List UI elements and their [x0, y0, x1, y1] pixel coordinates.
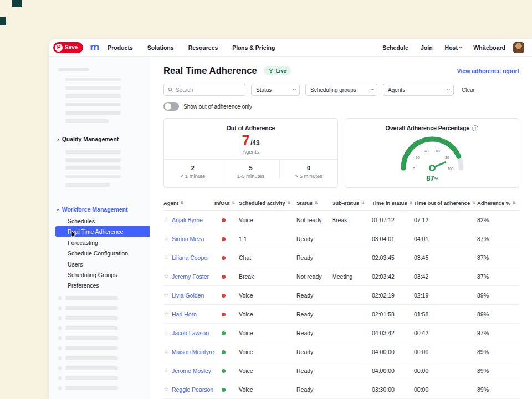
live-label: Live [276, 68, 287, 74]
skeleton-bar [65, 183, 110, 187]
column-label: Scheduled activity [239, 200, 285, 206]
table-row: ☆Anjali ByrneVoiceNot readyBreak01:07:12… [163, 211, 519, 229]
activity-cell: Voice [239, 217, 296, 223]
status-cell: Not ready [296, 217, 332, 223]
sidebar-item-scheduling-groups[interactable]: Scheduling Groups [55, 269, 150, 280]
table-row: ☆Hari HornVoiceReady02:01:5801:5889% [163, 305, 519, 324]
nav-item-host[interactable]: Host› [445, 44, 462, 51]
sidebar-item-schedules[interactable]: Schedules [55, 216, 150, 226]
sidebar-item-users[interactable]: Users [55, 259, 150, 269]
gauge-track-arc [403, 139, 461, 168]
sidebar-item-forecasting[interactable]: Forecasting [55, 237, 150, 248]
nav-item-schedule[interactable]: Schedule [382, 44, 408, 51]
search-input[interactable] [176, 87, 241, 93]
table-row: ☆Jeremy FosterBreakNot readyMeeting02:03… [163, 267, 519, 286]
time-out-of-adherence-cell: 03:42 [414, 273, 477, 280]
time-in-status-cell: 01:07:12 [372, 217, 414, 223]
agent-link[interactable]: Jerome Mosley [172, 367, 211, 374]
skeleton-bar [65, 336, 118, 340]
column-header-scheduled-activity[interactable]: Scheduled activity⇅ [239, 200, 296, 206]
agent-link[interactable]: Reggie Pearson [172, 386, 213, 393]
column-header-time-in-status[interactable]: Time in status⇅ [372, 200, 414, 206]
agent-link[interactable]: Jacob Lawson [172, 330, 209, 336]
nav-item-plans-pricing[interactable]: Plans & Pricing [232, 44, 275, 51]
nav-item-resources[interactable]: Resources [188, 44, 218, 51]
sidebar-section-workforce-management[interactable]: › Workforce Management [57, 206, 128, 213]
star-icon[interactable]: ☆ [163, 348, 169, 355]
nav-item-products[interactable]: Products [108, 44, 133, 51]
user-avatar[interactable] [513, 42, 524, 53]
star-icon[interactable]: ☆ [163, 216, 169, 223]
agent-link[interactable]: Livia Golden [172, 292, 204, 299]
sidebar-item-preferences[interactable]: Preferences [55, 280, 150, 290]
card-title-label: Overall Adherence Percentage [386, 125, 470, 131]
sidebar-item-schedule-configuration[interactable]: Schedule Configuration [55, 248, 150, 258]
gauge-tick-20: 20 [415, 156, 420, 160]
nav-item-solutions[interactable]: Solutions [147, 44, 174, 51]
chevron-down-icon: › [291, 89, 296, 90]
sidebar-section-quality-management[interactable]: › Quality Management [57, 136, 119, 142]
agent-link[interactable]: Liliana Cooper [172, 254, 209, 261]
star-icon[interactable]: ☆ [163, 329, 169, 336]
status-cell: Ready [296, 367, 332, 374]
summary-cards: Out of Adherence 7 /43 Agents 2< 1 minut… [163, 118, 519, 188]
nav-item-whiteboard[interactable]: Whiteboard [473, 44, 505, 51]
scheduling-groups-filter[interactable]: Scheduling groups › [305, 84, 377, 96]
decorative-square-top [12, 0, 22, 7]
miro-logo[interactable]: m [90, 41, 99, 53]
time-out-of-adherence-cell: 00:42 [414, 330, 477, 336]
agent-cell: ☆Hari Horn [163, 310, 214, 318]
time-out-of-adherence-cell: 02:19 [414, 292, 477, 299]
adherence-cell: 89% [477, 292, 519, 299]
sort-icon: ⇅ [512, 201, 516, 206]
agent-link[interactable]: Jeremy Foster [172, 273, 209, 280]
decorative-square-left [0, 17, 6, 25]
skeleton-bar [65, 111, 121, 115]
sort-icon: ⇅ [409, 201, 413, 206]
column-header-sub-status[interactable]: Sub-status⇅ [332, 200, 372, 206]
pinterest-save-button[interactable]: P Save [53, 42, 83, 53]
info-icon[interactable]: i [472, 125, 478, 131]
card-title-label: Out of Adherence [227, 125, 275, 131]
skeleton-dash [58, 336, 62, 340]
column-header-status[interactable]: Status⇅ [296, 200, 332, 206]
chevron-right-icon: › [57, 136, 59, 142]
sidebar-item-label: Scheduling Groups [68, 272, 117, 278]
show-out-of-adherence-toggle[interactable] [163, 102, 179, 111]
star-icon[interactable]: ☆ [163, 273, 169, 280]
sidebar-section-label: Quality Management [62, 136, 119, 142]
column-header-agent[interactable]: Agent⇅ [163, 200, 214, 206]
inout-cell [214, 236, 239, 242]
status-cell: Ready [296, 330, 332, 336]
sidebar-item-real-time-adherence[interactable]: Real Time Adherence [55, 226, 150, 237]
clear-filters-link[interactable]: Clear [462, 87, 475, 93]
status-filter[interactable]: Status › [251, 84, 300, 96]
agent-link[interactable]: Anjali Byrne [172, 217, 203, 223]
star-icon[interactable]: ☆ [163, 310, 169, 318]
toggle-knob [165, 103, 171, 110]
star-icon[interactable]: ☆ [163, 367, 169, 374]
star-icon[interactable]: ☆ [163, 291, 169, 299]
breakdown-value: 0 [280, 165, 337, 171]
column-header-time-out-of-adherence[interactable]: Time out of adherence⇅ [414, 200, 477, 206]
column-header-in-out[interactable]: In/Out⇅ [214, 200, 239, 206]
out-of-adherence-dot [222, 313, 226, 316]
time-in-status-cell: 04:03:42 [372, 330, 414, 336]
column-header-adherence[interactable]: Adherence %⇅ [477, 200, 519, 206]
activity-cell: Voice [239, 292, 296, 299]
agent-link[interactable]: Hari Horn [172, 311, 197, 318]
inout-cell [214, 254, 239, 261]
agent-link[interactable]: Simon Meza [172, 236, 204, 242]
nav-item-join[interactable]: Join [421, 44, 433, 51]
star-icon[interactable]: ☆ [163, 386, 169, 393]
agent-link[interactable]: Maison Mcintyre [172, 349, 214, 355]
star-icon[interactable]: ☆ [163, 235, 169, 242]
status-cell: Ready [296, 236, 332, 242]
star-icon[interactable]: ☆ [163, 254, 169, 261]
out-of-adherence-dot [222, 275, 226, 279]
chevron-down-icon: › [445, 89, 451, 90]
adherence-cell: 89% [477, 349, 519, 355]
skeleton-bar [65, 386, 118, 390]
view-adherence-report-link[interactable]: View adherence report [457, 68, 519, 74]
agents-filter[interactable]: Agents › [383, 84, 454, 96]
